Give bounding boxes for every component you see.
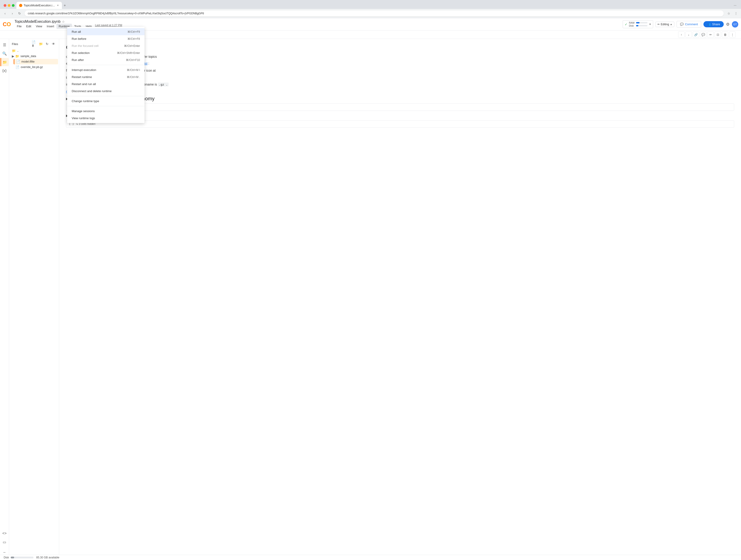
menu-run-focused: Run the focused cell ⌘/Ctrl+Enter — [67, 42, 144, 49]
menu-disconnect[interactable]: Disconnect and delete runtime — [67, 88, 144, 95]
menu-run-before-shortcut: ⌘/Ctrl+F8 — [127, 37, 140, 41]
menu-restart-shortcut: ⌘/Ctrl+M . — [127, 76, 140, 79]
menu-run-all-shortcut: ⌘/Ctrl+F9 — [127, 30, 140, 33]
menu-run-selection[interactable]: Run selection ⌘/Ctrl+Shift+Enter — [67, 49, 144, 57]
menu-run-focused-label: Run the focused cell — [72, 44, 98, 48]
menu-restart-run-all-label: Restart and run all — [72, 82, 96, 86]
menu-run-focused-shortcut: ⌘/Ctrl+Enter — [124, 45, 140, 48]
menu-run-selection-label: Run selection — [72, 51, 90, 55]
menu-run-after-label: Run after — [72, 58, 84, 62]
runtime-dropdown-menu: Run all ⌘/Ctrl+F9 Run before ⌘/Ctrl+F8 R… — [67, 27, 144, 123]
menu-change-runtime-label: Change runtime type — [72, 99, 99, 103]
menu-restart-run-all[interactable]: Restart and run all — [67, 81, 144, 88]
menu-interrupt-label: Interrupt execution — [72, 68, 96, 72]
menu-view-logs-label: View runtime logs — [72, 116, 95, 120]
menu-run-selection-shortcut: ⌘/Ctrl+Shift+Enter — [117, 52, 140, 55]
menu-change-runtime[interactable]: Change runtime type — [67, 98, 144, 105]
menu-view-logs[interactable]: View runtime logs — [67, 114, 144, 122]
menu-run-all[interactable]: Run all ⌘/Ctrl+F9 — [67, 28, 144, 35]
menu-restart-label: Restart runtime — [72, 75, 92, 79]
menu-manage-sessions-label: Manage sessions — [72, 109, 95, 113]
menu-run-after[interactable]: Run after ⌘/Ctrl+F10 — [67, 57, 144, 64]
menu-run-after-shortcut: ⌘/Ctrl+F10 — [126, 59, 140, 62]
menu-overlay[interactable]: Run all ⌘/Ctrl+F9 Run before ⌘/Ctrl+F8 R… — [0, 0, 741, 560]
menu-interrupt[interactable]: Interrupt execution ⌘/Ctrl+M I — [67, 66, 144, 73]
menu-run-all-label: Run all — [72, 30, 81, 33]
menu-disconnect-label: Disconnect and delete runtime — [72, 89, 112, 93]
menu-manage-sessions[interactable]: Manage sessions — [67, 107, 144, 114]
menu-run-before-label: Run before — [72, 37, 86, 41]
menu-restart[interactable]: Restart runtime ⌘/Ctrl+M . — [67, 73, 144, 81]
menu-interrupt-shortcut: ⌘/Ctrl+M I — [127, 69, 140, 72]
menu-run-before[interactable]: Run before ⌘/Ctrl+F8 — [67, 35, 144, 42]
